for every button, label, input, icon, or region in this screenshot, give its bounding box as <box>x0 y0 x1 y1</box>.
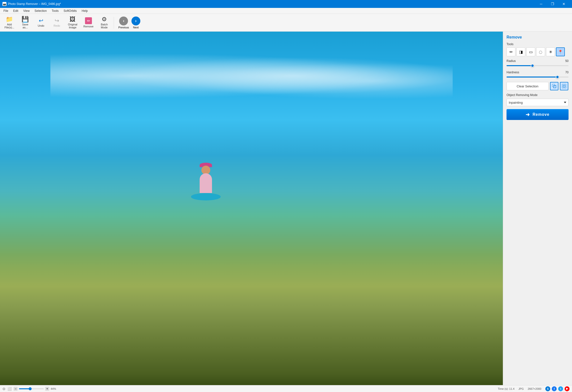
original-image-label: OriginalImage <box>68 23 77 29</box>
menu-bar: File Edit View Selection Tools SoftOrbit… <box>0 8 572 14</box>
menu-help[interactable]: Help <box>79 9 90 13</box>
window-title: Photo Stamp Remover – IMG_0486.jpg* <box>8 2 61 6</box>
batch-mode-icon: ⚙ <box>102 16 107 22</box>
selection-contract-button[interactable] <box>560 82 568 90</box>
selection-tools-row: Clear Selection <box>507 82 569 90</box>
toolbar: 📁 AddFile(s)... 💾 Saveas... ↩ Undo ↪ Red… <box>0 14 572 32</box>
panel-title: Remove <box>507 35 569 39</box>
menu-tools[interactable]: Tools <box>49 9 61 13</box>
zoom-out-button[interactable]: – <box>14 387 18 391</box>
zoom-controls: – + 44% <box>14 387 56 391</box>
time-label: Time (s): <box>498 387 508 390</box>
previous-button[interactable]: ‹ <box>119 17 128 25</box>
tool-eraser[interactable]: ◨ <box>516 47 525 56</box>
previous-group: ‹ Previous <box>118 17 129 29</box>
mode-dropdown-row: Object Removing Mode Inpainting Content-… <box>507 93 569 106</box>
menu-selection[interactable]: Selection <box>32 9 49 13</box>
remove-toolbar-icon: ✏ <box>85 17 92 24</box>
save-icon: 💾 <box>21 16 29 22</box>
hardness-thumb[interactable] <box>556 75 559 79</box>
tool-rect-select[interactable]: ▭ <box>526 47 535 56</box>
add-files-label: AddFile(s)... <box>4 23 14 29</box>
hardness-fill <box>507 77 557 78</box>
zoom-slider-track[interactable] <box>19 388 44 389</box>
remove-toolbar-label: Remove <box>84 25 94 28</box>
menu-softorbits[interactable]: SoftOrbits <box>61 9 79 13</box>
menu-file[interactable]: File <box>1 9 11 13</box>
restore-button[interactable]: ❐ <box>547 0 558 8</box>
menu-view[interactable]: View <box>21 9 32 13</box>
zoom-select-icon[interactable]: ⬜ <box>7 387 12 391</box>
kayak-subject <box>191 166 221 200</box>
tool-stamp-select[interactable]: 📍 <box>556 47 565 56</box>
undo-icon: ↩ <box>39 18 43 23</box>
status-bar: ⊙ ⬜ – + 44% Time (s): 11.4 JPG 2667×2000… <box>0 385 572 392</box>
redo-label: Redo <box>54 24 60 27</box>
status-bar-left: ⊙ ⬜ – + 44% <box>2 387 495 391</box>
minimize-button[interactable]: ─ <box>535 0 547 8</box>
zoom-thumb[interactable] <box>29 387 32 390</box>
softorbits-icon[interactable]: S <box>545 386 550 391</box>
file-format: JPG <box>518 387 524 390</box>
mode-dropdown[interactable]: Inpainting Content-Aware Fill Clone <box>507 99 569 106</box>
save-as-button[interactable]: 💾 Saveas... <box>18 15 33 31</box>
hardness-header: Hardness 70 <box>507 71 569 74</box>
kayak-boat <box>191 193 221 200</box>
add-files-button[interactable]: 📁 AddFile(s)... <box>2 15 17 31</box>
zoom-fit-icon[interactable]: ⊙ <box>2 387 5 391</box>
tool-brush[interactable]: ✏ <box>507 47 515 56</box>
zoom-level: 44% <box>51 387 56 390</box>
mode-label: Object Removing Mode <box>507 93 569 97</box>
twitter-icon[interactable]: t <box>558 386 563 391</box>
social-icons: S f t ▶ <box>545 386 570 391</box>
title-bar: 📷 Photo Stamp Remover – IMG_0486.jpg* ─ … <box>0 0 572 8</box>
expand-selection-icon <box>552 84 556 88</box>
title-bar-left: 📷 Photo Stamp Remover – IMG_0486.jpg* <box>2 2 61 6</box>
radius-track[interactable] <box>507 65 569 66</box>
selection-expand-button[interactable] <box>550 82 558 90</box>
time-value: 11.4 <box>509 387 514 390</box>
menu-edit[interactable]: Edit <box>11 9 21 13</box>
hardness-slider-row: Hardness 70 <box>507 71 569 79</box>
radius-slider-row: Radius 50 <box>507 59 569 68</box>
hardness-label: Hardness <box>507 71 519 74</box>
redo-icon: ↪ <box>55 18 59 23</box>
close-button[interactable]: ✕ <box>558 0 570 8</box>
remove-button[interactable]: ➜ Remove <box>507 109 569 120</box>
next-label: Next <box>133 26 139 29</box>
radius-header: Radius 50 <box>507 59 569 63</box>
svg-rect-3 <box>563 85 565 87</box>
radius-thumb[interactable] <box>531 64 534 67</box>
tools-section: Tools ✏ ◨ ▭ ◌ ✳ 📍 <box>507 42 569 56</box>
title-bar-controls: ─ ❐ ✕ <box>535 0 570 8</box>
remove-arrow-icon: ➜ <box>526 112 530 118</box>
tools-label: Tools <box>507 42 569 46</box>
save-label: Saveas... <box>22 23 28 29</box>
add-files-icon: 📁 <box>6 16 13 22</box>
zoom-in-button[interactable]: + <box>45 387 49 391</box>
image-dimensions: 2667×2000 <box>528 387 541 390</box>
undo-button[interactable]: ↩ Undo <box>34 15 48 31</box>
facebook-icon[interactable]: f <box>552 386 557 391</box>
clear-selection-button[interactable]: Clear Selection <box>507 82 549 90</box>
image-canvas[interactable] <box>0 32 503 385</box>
next-group: › Next <box>131 17 140 29</box>
time-display: Time (s): 11.4 <box>498 387 514 390</box>
tool-lasso[interactable]: ◌ <box>536 47 545 56</box>
tool-magic-wand[interactable]: ✳ <box>546 47 555 56</box>
batch-mode-label: BatchMode <box>101 23 108 29</box>
youtube-icon[interactable]: ▶ <box>565 386 570 391</box>
original-image-button[interactable]: 🖼 OriginalImage <box>65 15 80 31</box>
main-layout: Remove Tools ✏ ◨ ▭ ◌ ✳ 📍 Radius 50 <box>0 32 572 385</box>
hardness-track[interactable] <box>507 77 569 78</box>
batch-mode-button[interactable]: ⚙ BatchMode <box>97 15 112 31</box>
app-icon: 📷 <box>2 2 6 6</box>
remove-toolbar-button[interactable]: ✏ Remove <box>81 15 96 31</box>
radius-value: 50 <box>565 59 569 63</box>
right-panel: Remove Tools ✏ ◨ ▭ ◌ ✳ 📍 Radius 50 <box>503 32 572 385</box>
previous-label: Previous <box>118 26 129 29</box>
redo-button[interactable]: ↪ Redo <box>49 15 64 31</box>
remove-button-label: Remove <box>532 112 549 117</box>
canvas-area[interactable] <box>0 32 503 385</box>
next-button[interactable]: › <box>131 17 140 25</box>
